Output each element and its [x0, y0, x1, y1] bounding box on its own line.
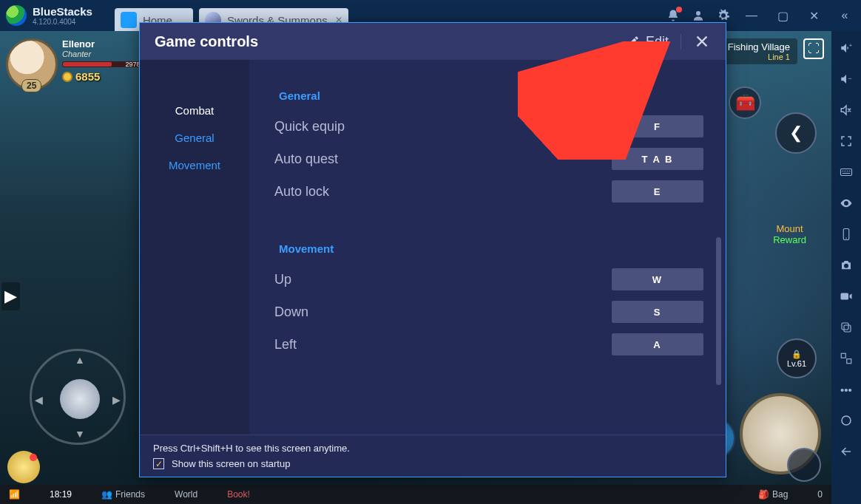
back-icon[interactable] [837, 445, 856, 458]
label-auto-quest: Auto quest [274, 151, 612, 167]
mount-reward-label[interactable]: Mount Reward [773, 223, 806, 245]
modal-body: Combat General Movement General Quick eq… [140, 60, 726, 435]
player-class: Chanter [62, 50, 144, 58]
modal-title: Game controls [155, 33, 258, 50]
joystick-up: ▲ [75, 354, 85, 366]
hud-location: Fishing Village Line 1 ⛶ [720, 38, 824, 64]
attack-button[interactable] [740, 393, 821, 474]
key-up[interactable]: W [612, 268, 703, 290]
keyboard-icon[interactable] [837, 166, 856, 179]
bottom-bar: 📶 18:19 👥Friends World Book! 🎒Bag 0 [0, 485, 831, 504]
account-icon[interactable] [691, 8, 706, 23]
checkbox-label: Show this screen on startup [172, 458, 290, 469]
edit-button[interactable]: Edit [627, 34, 681, 50]
bluestacks-logo [6, 5, 27, 26]
location-name: Fishing Village [728, 41, 790, 52]
svg-rect-7 [844, 325, 851, 332]
key-down[interactable]: S [612, 301, 703, 323]
svg-point-0 [696, 11, 700, 16]
coin-icon [62, 72, 72, 82]
row-left: Left A [274, 333, 703, 355]
nav-general[interactable]: General [140, 124, 249, 151]
game-controls-modal: Game controls Edit Combat General Moveme… [139, 22, 726, 477]
label-down: Down [274, 304, 612, 320]
currency: 6855 [62, 70, 144, 83]
bottom-book[interactable]: Book! [227, 489, 250, 500]
label-up: Up [274, 272, 612, 287]
key-auto-quest[interactable]: T A B [612, 148, 703, 170]
mobile-icon[interactable] [837, 228, 856, 241]
modal-actions: Edit [627, 33, 711, 50]
hp-bar: 2978/ [62, 61, 144, 67]
key-auto-lock[interactable]: E [612, 180, 703, 202]
volume-up-icon[interactable]: + [837, 41, 856, 55]
svg-rect-6 [841, 293, 849, 300]
svg-text:−: − [848, 75, 851, 82]
modal-footer: Press Ctrl+Shift+H to see this screen an… [140, 435, 726, 477]
location-line: Line 1 [728, 52, 790, 61]
copy-icon[interactable] [837, 321, 856, 334]
back-arrow-button[interactable]: ❮ [775, 112, 817, 154]
checkbox-icon[interactable]: ✓ [153, 458, 164, 469]
svg-rect-10 [847, 359, 851, 364]
camera-icon[interactable] [837, 259, 856, 272]
coin-value: 6855 [75, 70, 100, 83]
bottom-world[interactable]: World [175, 489, 197, 500]
side-toolbar: + − ••• [831, 31, 861, 504]
multi-instance-icon[interactable] [837, 352, 856, 365]
joystick-right: ▶ [112, 394, 121, 406]
svg-rect-8 [842, 323, 848, 330]
treasure-button[interactable]: 🧰 [729, 86, 761, 119]
bottom-bag[interactable]: 🎒Bag [758, 489, 788, 500]
modal-nav: Combat General Movement [140, 60, 249, 435]
key-left[interactable]: A [612, 333, 703, 355]
eye-icon[interactable] [837, 197, 856, 210]
volume-mute-icon[interactable] [837, 103, 856, 117]
clock: 18:19 [50, 489, 72, 500]
label-auto-lock: Auto lock [274, 184, 612, 200]
player-level: 25 [21, 79, 41, 92]
lock-level-text: Lv.61 [787, 359, 806, 368]
fullscreen-icon[interactable] [837, 134, 856, 148]
chat-button[interactable] [7, 451, 40, 483]
edit-label: Edit [646, 34, 669, 50]
player-stats: Ellenor Chanter 2978/ 6855 [62, 38, 144, 83]
modal-header: Game controls Edit [140, 23, 726, 60]
close-modal-button[interactable] [693, 33, 711, 50]
minimize-button[interactable]: — [741, 9, 762, 22]
key-quick-equip[interactable]: F [612, 115, 703, 137]
section-general-title: General [279, 89, 703, 102]
player-name: Ellenor [62, 38, 144, 50]
footer-hint: Press Ctrl+Shift+H to see this screen an… [153, 443, 712, 454]
notifications-icon[interactable] [666, 8, 681, 23]
virtual-joystick[interactable]: ▲ ▼ ◀ ▶ [30, 349, 126, 445]
collapse-left-icon[interactable]: ▶ [1, 282, 20, 310]
joystick-left: ◀ [35, 394, 43, 406]
bottom-ping: 0 [817, 489, 823, 500]
player-avatar[interactable]: 25 [6, 38, 58, 90]
expand-map-icon[interactable]: ⛶ [803, 38, 824, 59]
joystick-down: ▼ [75, 428, 85, 440]
hud-joystick: ▲ ▼ ◀ ▶ [30, 349, 126, 445]
volume-down-icon[interactable]: − [837, 72, 856, 86]
bottom-friends[interactable]: 👥Friends [101, 489, 145, 500]
startup-checkbox-row[interactable]: ✓ Show this screen on startup [153, 458, 712, 469]
location-panel[interactable]: Fishing Village Line 1 [720, 38, 797, 64]
svg-rect-9 [841, 353, 845, 358]
row-up: Up W [274, 268, 703, 290]
more-icon[interactable]: ••• [837, 383, 856, 396]
locked-skill[interactable]: 🔒 Lv.61 [777, 338, 817, 378]
gear-icon[interactable] [716, 8, 731, 23]
label-quick-equip: Quick equip [274, 119, 612, 134]
label-left: Left [274, 337, 612, 353]
nav-combat[interactable]: Combat [140, 97, 249, 124]
aim-button[interactable] [787, 448, 821, 482]
nav-movement[interactable]: Movement [140, 151, 249, 179]
scrollbar[interactable] [716, 237, 721, 385]
circle-icon[interactable] [837, 414, 856, 427]
close-window-button[interactable]: ✕ [803, 9, 824, 23]
record-icon[interactable] [837, 290, 856, 303]
home-icon [121, 12, 137, 28]
collapse-sidebar-button[interactable]: « [834, 9, 855, 22]
maximize-button[interactable]: ▢ [772, 9, 793, 23]
